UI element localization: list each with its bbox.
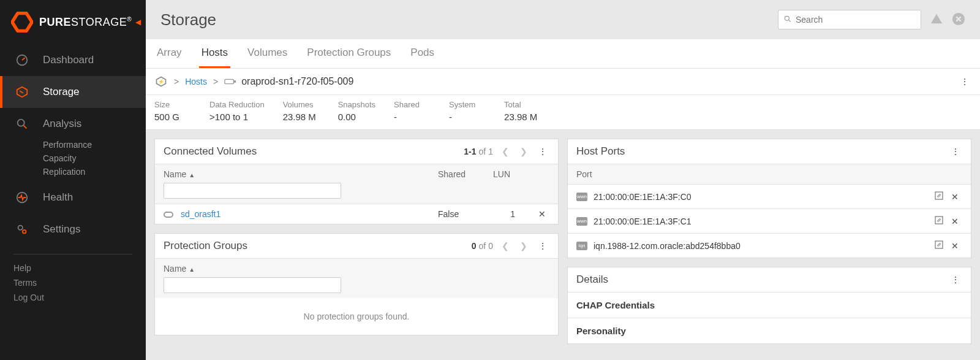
analysis-icon bbox=[15, 117, 29, 131]
port-row: wwn 21:00:00:0E:1E:1A:3F:C1 ✕ bbox=[568, 209, 971, 233]
health-icon bbox=[15, 190, 29, 205]
col-actions bbox=[527, 164, 558, 204]
stat-value: - bbox=[394, 112, 431, 122]
tab-hosts[interactable]: Hosts bbox=[199, 38, 230, 68]
details-row: CHAP Credentials bbox=[568, 292, 971, 318]
host-ports-panel: Host Ports ⋮ Port wwn 21:00:00:0E:1E:1A:… bbox=[567, 139, 971, 258]
pager-prev-icon[interactable]: ❮ bbox=[499, 147, 511, 156]
close-icon[interactable] bbox=[952, 12, 965, 28]
footer-help[interactable]: Help bbox=[13, 263, 132, 273]
col-name[interactable]: Name▲ bbox=[155, 164, 429, 204]
sort-asc-icon: ▲ bbox=[189, 172, 195, 178]
svg-rect-15 bbox=[935, 192, 943, 199]
svg-rect-17 bbox=[935, 241, 943, 248]
stat-value: 23.98 M bbox=[283, 112, 320, 122]
footer-logout[interactable]: Log Out bbox=[13, 293, 132, 302]
sidebar-item-analysis[interactable]: Analysis bbox=[0, 108, 146, 140]
port-value: 21:00:00:0E:1E:1A:3F:C0 bbox=[594, 192, 930, 202]
pager-next-icon[interactable]: ❯ bbox=[518, 147, 530, 156]
remove-port-button[interactable]: ✕ bbox=[948, 216, 962, 226]
sidebar-item-label: Dashboard bbox=[43, 54, 94, 66]
stat-label: Volumes bbox=[283, 100, 320, 109]
tab-array[interactable]: Array bbox=[154, 38, 184, 68]
sidebar-divider bbox=[13, 254, 132, 255]
stat-label: Snapshots bbox=[338, 100, 375, 109]
volume-link[interactable]: sd_orasft1 bbox=[181, 209, 221, 219]
edit-port-button[interactable] bbox=[930, 191, 948, 202]
stat-label: Size bbox=[154, 100, 191, 109]
sidebar-item-storage[interactable]: Storage bbox=[0, 76, 146, 108]
col-name[interactable]: Name▲ bbox=[155, 259, 558, 299]
edit-port-button[interactable] bbox=[930, 240, 948, 251]
stat-label: Data Reduction bbox=[209, 100, 265, 109]
ports-menu-button[interactable]: ⋮ bbox=[949, 147, 962, 156]
subnav-replication[interactable]: Replication bbox=[43, 167, 146, 177]
volumes-menu-button[interactable]: ⋮ bbox=[536, 147, 549, 156]
breadcrumb-menu-button[interactable]: ⋮ bbox=[958, 77, 971, 86]
port-row: wwn 21:00:00:0E:1E:1A:3F:C0 ✕ bbox=[568, 184, 971, 209]
remove-port-button[interactable]: ✕ bbox=[948, 192, 962, 202]
tab-pods[interactable]: Pods bbox=[408, 38, 437, 68]
pg-menu-button[interactable]: ⋮ bbox=[536, 241, 549, 251]
tab-volumes[interactable]: Volumes bbox=[245, 38, 290, 68]
sidebar-item-label: Analysis bbox=[43, 118, 81, 130]
stat-label: System bbox=[449, 100, 486, 109]
brand-logo: PURESTORAGE® ◀ bbox=[0, 0, 146, 44]
pager-prev-icon[interactable]: ❮ bbox=[499, 241, 511, 251]
cell-shared: False bbox=[429, 204, 484, 224]
col-shared[interactable]: Shared bbox=[429, 164, 484, 204]
sidebar-item-label: Settings bbox=[43, 223, 80, 236]
sidebar-item-label: Storage bbox=[43, 86, 80, 98]
svg-point-6 bbox=[18, 226, 23, 230]
page-title: Storage bbox=[160, 10, 216, 29]
svg-point-3 bbox=[18, 120, 24, 126]
breadcrumb-sep: > bbox=[174, 77, 179, 86]
array-icon[interactable]: ⚡ bbox=[154, 75, 168, 88]
collapse-caret-icon[interactable]: ◀ bbox=[135, 18, 141, 26]
panel-title: Details bbox=[576, 274, 608, 286]
stat-value: - bbox=[449, 112, 486, 122]
details-menu-button[interactable]: ⋮ bbox=[949, 275, 962, 285]
stat-label: Total bbox=[504, 100, 541, 109]
svg-rect-13 bbox=[225, 79, 234, 83]
edit-port-button[interactable] bbox=[930, 215, 948, 227]
pg-name-filter-input[interactable] bbox=[164, 277, 341, 293]
stat-value: >100 to 1 bbox=[209, 112, 265, 122]
volumes-pager: 1-1 of 1 bbox=[464, 147, 493, 156]
wwn-icon: wwn bbox=[576, 217, 587, 226]
brand-hex-icon bbox=[11, 11, 33, 33]
col-port[interactable]: Port bbox=[568, 164, 922, 185]
svg-marker-0 bbox=[12, 13, 32, 31]
topbar: Storage bbox=[146, 0, 980, 39]
remove-port-button[interactable]: ✕ bbox=[948, 241, 962, 251]
alert-icon[interactable] bbox=[930, 12, 943, 28]
sidebar-item-settings[interactable]: Settings bbox=[0, 213, 146, 245]
port-value: iqn.1988-12.com.oracle:abd254f8bba0 bbox=[594, 241, 930, 251]
pg-pager: 0 of 0 bbox=[472, 241, 493, 251]
port-value: 21:00:00:0E:1E:1A:3F:C1 bbox=[594, 216, 930, 226]
pager-next-icon[interactable]: ❯ bbox=[518, 241, 530, 251]
global-search[interactable] bbox=[778, 10, 921, 29]
subnav-capacity[interactable]: Capacity bbox=[43, 153, 146, 163]
stat-value: 0.00 bbox=[338, 112, 375, 122]
brand-text: PURESTORAGE® bbox=[39, 16, 132, 29]
port-row: iqn iqn.1988-12.com.oracle:abd254f8bba0 … bbox=[568, 233, 971, 258]
search-input[interactable] bbox=[796, 15, 916, 25]
subnav-performance[interactable]: Performance bbox=[43, 140, 146, 150]
connected-volumes-table: Name▲ Shared LUN sd_orasft1 bbox=[155, 164, 558, 224]
tab-protection-groups[interactable]: Protection Groups bbox=[304, 38, 393, 68]
col-lun[interactable]: LUN bbox=[484, 164, 527, 204]
sidebar-footer: Help Terms Log Out bbox=[0, 263, 146, 302]
name-filter-input[interactable] bbox=[164, 183, 341, 199]
panel-title: Connected Volumes bbox=[164, 145, 257, 158]
details-row: Personality bbox=[568, 318, 971, 343]
footer-terms[interactable]: Terms bbox=[13, 278, 132, 288]
analysis-subnav: Performance Capacity Replication bbox=[0, 140, 146, 182]
breadcrumb-hosts-link[interactable]: Hosts bbox=[185, 77, 207, 86]
sidebar-item-dashboard[interactable]: Dashboard bbox=[0, 44, 146, 76]
left-column: Connected Volumes 1-1 of 1 ❮ ❯ ⋮ bbox=[154, 139, 559, 351]
sidebar: PURESTORAGE® ◀ Dashboard Storage Analysi… bbox=[0, 0, 146, 360]
sidebar-item-health[interactable]: Health bbox=[0, 182, 146, 213]
host-icon bbox=[224, 77, 236, 86]
remove-volume-button[interactable]: ✕ bbox=[536, 209, 548, 219]
